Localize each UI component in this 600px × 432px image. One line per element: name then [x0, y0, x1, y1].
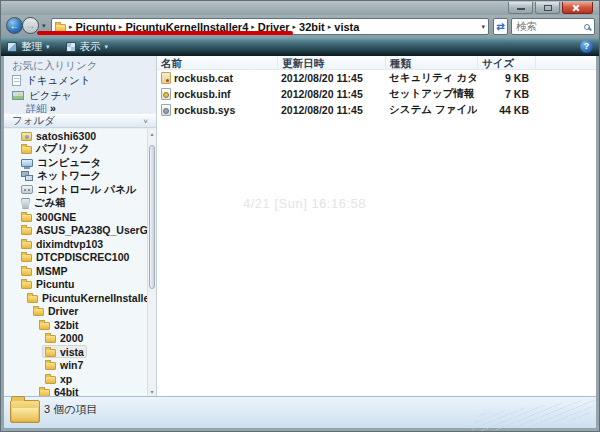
minimize-button[interactable] [508, 2, 533, 14]
close-icon [563, 2, 592, 13]
close-button[interactable] [562, 2, 593, 14]
tree-item-icon [21, 268, 32, 276]
favorite-link[interactable]: ピクチャ [12, 88, 154, 103]
tree-item-label: ネットワーク [37, 170, 101, 184]
file-row[interactable]: rockusb.inf 2012/08/20 11:45 セットアップ情報 7 … [157, 86, 596, 102]
timestamp-watermark: 4/21 [Sun] 16:16:58 [243, 196, 366, 211]
file-name: rockusb.sys [174, 104, 235, 116]
favorite-link[interactable]: ドキュメント [12, 73, 154, 88]
tree-item[interactable]: DTCPDISCREC100 [4, 251, 147, 265]
tree-item-label: 300GNE [36, 211, 76, 223]
tree-item[interactable]: diximdtvp103 [4, 237, 147, 251]
window-controls [508, 2, 593, 14]
main-area: お気に入りリンク ドキュメント ピクチャ 詳細» フォルダ ˅ [4, 56, 596, 396]
file-list-pane: 名前 更新日時 種類 サイズ rockusb.cat 2012/08/20 11… [157, 56, 596, 396]
tree-item[interactable]: win7 [4, 359, 147, 373]
tree-item[interactable]: ネットワーク [4, 170, 147, 184]
tree-item[interactable]: Driver [4, 305, 147, 319]
items-count: 3 個の項目 [44, 402, 97, 417]
column-header-size[interactable]: サイズ [477, 56, 535, 69]
tree-item[interactable]: satoshi6300 [4, 129, 147, 143]
tree-item-icon [21, 171, 33, 181]
tree-item-inner: satoshi6300 [18, 129, 99, 142]
folder-tree: satoshi6300 パブリック コンピュータ [4, 129, 147, 396]
tree-item[interactable]: 300GNE [4, 210, 147, 224]
file-row[interactable]: rockusb.cat 2012/08/20 11:45 セキュリティ カタログ… [157, 70, 596, 86]
tree-item-inner: パブリック [18, 143, 93, 156]
organize-button[interactable]: 整理 ▾ [7, 40, 50, 54]
tree-item-inner: コントロール パネル [18, 183, 139, 196]
back-button[interactable]: ← [6, 17, 23, 34]
tree-item-icon [21, 198, 30, 209]
tree-item-icon [21, 254, 32, 262]
favorite-icon [12, 91, 24, 100]
folders-collapse-icon[interactable]: ˅ [143, 117, 148, 126]
tree-item[interactable]: パブリック [4, 143, 147, 157]
breadcrumb-item: ▸ 32bit [290, 21, 325, 33]
tree-item[interactable]: PicuntuKernelInstaller4 [4, 291, 147, 305]
views-button[interactable]: 表示 ▾ [66, 40, 109, 54]
tree-item-icon [21, 185, 33, 194]
tree-item-inner: diximdtvp103 [18, 237, 106, 250]
organize-label: 整理 [21, 40, 42, 54]
scroll-down-icon[interactable]: ▾ [148, 388, 156, 395]
tree-item[interactable]: Picuntu [4, 278, 147, 292]
tree-item-inner: ネットワーク [18, 170, 104, 183]
tree-item-label: PicuntuKernelInstaller4 [42, 292, 147, 304]
tree-item-label: パブリック [36, 143, 90, 157]
tree-item-inner: xp [42, 372, 75, 385]
file-size: 44 KB [477, 104, 535, 116]
file-rows: rockusb.cat 2012/08/20 11:45 セキュリティ カタログ… [157, 70, 596, 118]
more-link-label[interactable]: 詳細 [26, 102, 47, 114]
command-toolbar: 整理 ▾ 表示 ▾ ? [1, 37, 599, 56]
tree-item[interactable]: ごみ箱 [4, 197, 147, 211]
tree-item-inner: ごみ箱 [18, 197, 69, 210]
tree-item[interactable]: MSMP [4, 264, 147, 278]
search-icon[interactable] [584, 24, 590, 30]
scrollbar-thumb[interactable] [149, 145, 155, 289]
tree-item-inner: 300GNE [18, 210, 79, 223]
tree-item-icon [21, 132, 32, 141]
tree-item[interactable]: 2000 [4, 332, 147, 346]
tree-item-icon [21, 159, 33, 167]
tree-item-inner: vista [42, 345, 87, 358]
scroll-up-icon[interactable]: ▴ [148, 130, 156, 137]
title-bar[interactable] [1, 1, 599, 15]
tree-item[interactable]: ASUS_PA238Q_UserGuide_J [4, 224, 147, 238]
tree-item[interactable]: コンピュータ [4, 156, 147, 170]
column-header-type[interactable]: 種類 [385, 56, 477, 69]
maximize-button[interactable] [535, 2, 560, 14]
tree-item-label: MSMP [36, 265, 68, 277]
tree-item-inner: 2000 [42, 332, 86, 345]
file-row[interactable]: rockusb.sys 2012/08/20 11:45 システム ファイル 4… [157, 102, 596, 118]
breadcrumb-link[interactable]: vista [334, 21, 359, 33]
details-pane: 3 個の項目 [4, 396, 596, 428]
folders-band[interactable]: フォルダ ˅ [4, 114, 156, 128]
column-headers: 名前 更新日時 種類 サイズ [157, 56, 596, 70]
favorite-label: ドキュメント [26, 74, 90, 88]
explorer-window: ← → ▾ ▸ Picuntu ▸ PicuntuKernelInstaller… [0, 0, 600, 432]
recent-pages-dropdown[interactable]: ▾ [42, 22, 46, 30]
file-type: セットアップ情報 [385, 87, 477, 101]
chevron-down-icon: ▾ [46, 43, 50, 51]
favorite-links-title: お気に入りリンク [12, 59, 97, 73]
tree-item[interactable]: 32bit [4, 318, 147, 332]
breadcrumb-separator-icon: ▸ [66, 23, 76, 31]
help-button[interactable]: ? [580, 40, 593, 53]
refresh-button[interactable]: ⇄ [493, 18, 508, 35]
column-header-date[interactable]: 更新日時 [277, 56, 385, 69]
tree-item[interactable]: vista [4, 345, 147, 359]
tree-item-inner: Driver [30, 305, 81, 318]
tree-item-inner: PicuntuKernelInstaller4 [24, 291, 147, 304]
column-header-name[interactable]: 名前 [157, 56, 277, 69]
address-dropdown-icon[interactable]: ▾ [478, 23, 485, 31]
tree-item-icon [21, 241, 32, 249]
tree-scrollbar[interactable]: ▴ ▾ [147, 129, 156, 396]
tree-item[interactable]: xp [4, 372, 147, 386]
address-bar-row: ← → ▾ ▸ Picuntu ▸ PicuntuKernelInstaller… [1, 15, 599, 37]
tree-item[interactable]: コントロール パネル [4, 183, 147, 197]
breadcrumb-link[interactable]: 32bit [299, 21, 325, 33]
red-underline-annotation [37, 31, 293, 35]
tree-item[interactable]: 64bit [4, 386, 147, 397]
search-input[interactable]: 検索 [511, 18, 595, 35]
